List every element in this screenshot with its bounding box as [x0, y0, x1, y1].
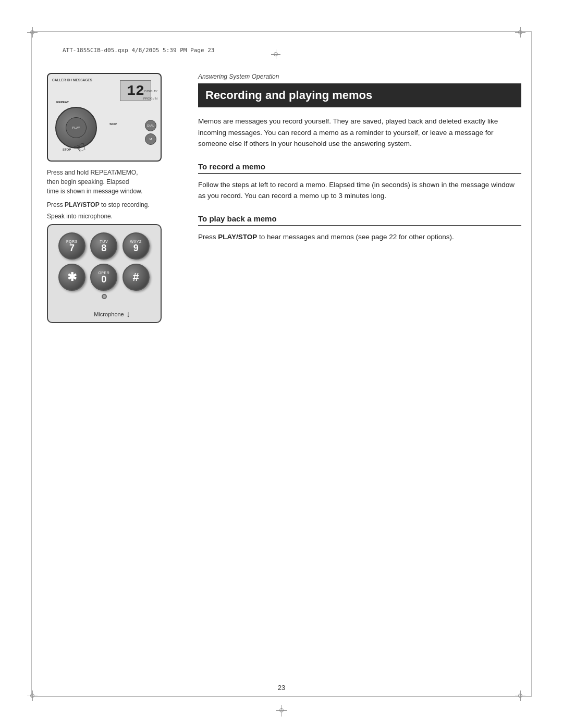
key-9: WXYZ 9 — [123, 232, 150, 260]
keypad-grid: PQRS 7 TUV 8 WXYZ 9 ✱ OPER 0 # — [48, 225, 161, 296]
left-column: 12 CALLER ID / MESSAGES DISPLAY PROG / N… — [42, 73, 182, 323]
playback-heading: To play back a memo — [198, 214, 521, 226]
key-0: OPER 0 — [90, 264, 117, 291]
intro-paragraph: Memos are messages you record yourself. … — [198, 116, 521, 150]
right-buttons: DIAL M — [145, 120, 156, 145]
key-hash: # — [123, 264, 150, 291]
instruction-text-2: Press PLAY/STOP to stop recording. — [47, 201, 182, 208]
screen-display: 12 — [127, 83, 144, 99]
playback-body: Press PLAY/STOP to hear messages and mem… — [198, 231, 521, 243]
crosshair-top-right — [515, 27, 525, 38]
speak-instruction: Speak into microphone. — [47, 213, 182, 220]
microphone-text: Microphone — [94, 311, 124, 317]
main-heading: Recording and playing memos — [198, 83, 521, 107]
crosshair-bottom-left — [27, 690, 38, 701]
crosshair-top-left — [27, 27, 38, 38]
instruction-text-1: Press and hold REPEAT/MEMO, then begin s… — [47, 168, 162, 196]
header-metadata: ATT-1855CIB-d05.qxp 4/8/2005 5:39 PM Pag… — [63, 47, 214, 54]
page-border-bottom — [31, 696, 532, 697]
microphone-dot — [102, 294, 107, 299]
caller-id-label: CALLER ID / MESSAGES — [52, 78, 92, 82]
record-heading: To record a memo — [198, 162, 521, 174]
down-arrow-icon: ↓ — [126, 310, 130, 319]
right-column: Answering System Operation Recording and… — [198, 73, 521, 255]
page-crosshair — [271, 50, 280, 59]
record-body: Follow the steps at left to record a mem… — [198, 179, 521, 202]
page-border-left — [31, 31, 32, 697]
display-label: DISPLAY — [144, 90, 157, 93]
key-8: TUV 8 — [90, 232, 117, 260]
prog-label: PROG / N — [143, 97, 157, 100]
key-7: PQRS 7 — [58, 232, 85, 260]
device-top-image: 12 CALLER ID / MESSAGES DISPLAY PROG / N… — [47, 73, 162, 162]
mic-dot — [48, 294, 161, 299]
stop-label: STOP — [63, 148, 71, 151]
m-button: M — [145, 133, 156, 145]
center-button: PLAY — [66, 117, 87, 138]
section-label: Answering System Operation — [198, 73, 521, 80]
crosshair-bottom-right — [515, 690, 525, 701]
device-keypad: PQRS 7 TUV 8 WXYZ 9 ✱ OPER 0 # — [47, 224, 162, 323]
page-border-right — [531, 31, 532, 697]
page-number: 23 — [278, 684, 285, 692]
repeat-label: REPEAT — [56, 101, 69, 104]
key-star: ✱ — [58, 264, 85, 291]
skip-label: SKIP — [109, 122, 117, 126]
page-border-top — [31, 31, 532, 32]
microphone-label: Microphone ↓ — [94, 310, 130, 319]
dial-button: DIAL — [145, 120, 156, 131]
